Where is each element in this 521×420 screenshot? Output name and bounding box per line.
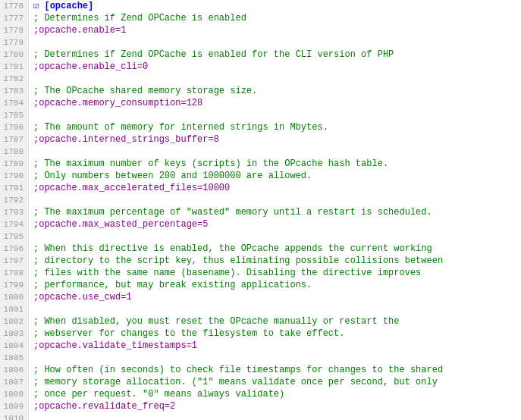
comment-text: ; Determines if Zend OPCache is enabled …: [33, 49, 394, 60]
line-number: 1777: [0, 12, 29, 24]
code-row: 1793; The maximum percentage of "wasted"…: [0, 206, 521, 218]
code-lines: 1776☑ [opcache]1777; Determines if Zend …: [0, 0, 521, 420]
code-row: 1781;opcache.enable_cli=0: [0, 61, 521, 73]
code-row: 1799; performance, but may break existin…: [0, 279, 521, 291]
directive-text: ;opcache.validate_timestamps=1: [33, 340, 197, 351]
code-row: 1801: [0, 303, 521, 315]
code-row: 1777; Determines if Zend OPCache is enab…: [0, 12, 521, 24]
code-row: 1797; directory to the script key, thus …: [0, 255, 521, 267]
line-content: [29, 146, 521, 158]
comment-text: ; When disabled, you must reset the OPca…: [33, 316, 399, 327]
line-content: ; Determines if Zend OPCache is enabled: [29, 12, 521, 24]
code-row: 1803; webserver for changes to the files…: [0, 328, 521, 340]
directive-text: ;opcache.enable=1: [33, 25, 126, 36]
line-content: ;opcache.enable_cli=0: [29, 61, 521, 73]
line-content: ; When disabled, you must reset the OPca…: [29, 315, 521, 328]
line-content: ; The maximum percentage of "wasted" mem…: [29, 206, 521, 218]
line-number: 1796: [0, 243, 29, 255]
line-content: ;opcache.max_wasted_percentage=5: [29, 218, 521, 230]
line-content: ;opcache.use_cwd=1: [29, 291, 521, 303]
line-number: 1776: [0, 0, 29, 12]
code-row: 1794;opcache.max_wasted_percentage=5: [0, 218, 521, 230]
comment-text: ; files with the same name (basename). D…: [33, 268, 421, 278]
line-number: 1778: [0, 24, 29, 36]
line-number: 1779: [0, 36, 29, 49]
line-number: 1807: [0, 376, 29, 388]
directive-text: ;opcache.revalidate_freq=2: [33, 401, 175, 412]
section-icon: ☑: [33, 1, 44, 11]
line-content: ; once per request. "0" means always val…: [29, 388, 521, 400]
line-number: 1795: [0, 230, 29, 243]
code-row: 1810: [0, 412, 521, 420]
line-content: ☑ [opcache]: [29, 0, 521, 12]
comment-text: ; How often (in seconds) to check file t…: [33, 365, 443, 375]
code-row: 1796; When this directive is enabled, th…: [0, 243, 521, 255]
code-row: 1795: [0, 230, 521, 243]
line-number: 1780: [0, 49, 29, 61]
line-content: ;opcache.enable=1: [29, 24, 521, 36]
line-number: 1784: [0, 97, 29, 109]
line-number: 1788: [0, 146, 29, 158]
line-content: ;opcache.max_accelerated_files=10000: [29, 182, 521, 194]
line-number: 1806: [0, 364, 29, 376]
line-number: 1793: [0, 206, 29, 218]
code-row: 1805: [0, 352, 521, 364]
line-number: 1787: [0, 133, 29, 146]
code-row: 1807; memory storage allocation. ("1" me…: [0, 376, 521, 388]
code-row: 1798; files with the same name (basename…: [0, 267, 521, 279]
line-number: 1799: [0, 279, 29, 291]
line-content: [29, 73, 521, 85]
line-number: 1802: [0, 315, 29, 328]
directive-text: ;opcache.max_wasted_percentage=5: [33, 219, 208, 230]
line-number: 1794: [0, 218, 29, 230]
line-content: ;opcache.revalidate_freq=2: [29, 400, 521, 412]
line-number: 1786: [0, 121, 29, 133]
line-content: ; Determines if Zend OPCache is enabled …: [29, 49, 521, 61]
comment-text: ; once per request. "0" means always val…: [33, 389, 284, 400]
line-content: ; When this directive is enabled, the OP…: [29, 243, 521, 255]
code-row: 1780; Determines if Zend OPCache is enab…: [0, 49, 521, 61]
line-number: 1808: [0, 388, 29, 400]
code-row: 1788: [0, 146, 521, 158]
line-content: [29, 109, 521, 121]
code-row: 1786; The amount of memory for interned …: [0, 121, 521, 133]
code-row: 1792: [0, 194, 521, 206]
comment-text: ; When this directive is enabled, the OP…: [33, 243, 432, 254]
code-row: 1785: [0, 109, 521, 121]
code-row: 1808; once per request. "0" means always…: [0, 388, 521, 400]
code-row: 1782: [0, 73, 521, 85]
line-number: 1805: [0, 352, 29, 364]
line-number: 1800: [0, 291, 29, 303]
line-number: 1809: [0, 400, 29, 412]
comment-text: ; directory to the script key, thus elim…: [33, 255, 443, 266]
line-number: 1804: [0, 340, 29, 352]
line-content: [29, 412, 521, 420]
code-row: 1783; The OPcache shared memory storage …: [0, 85, 521, 97]
line-content: ; webserver for changes to the filesyste…: [29, 328, 521, 340]
code-row: 1809;opcache.revalidate_freq=2: [0, 400, 521, 412]
line-number: 1803: [0, 328, 29, 340]
line-content: [29, 194, 521, 206]
line-content: ;opcache.validate_timestamps=1: [29, 340, 521, 352]
line-number: 1798: [0, 267, 29, 279]
comment-text: ; Only numbers between 200 and 1000000 a…: [33, 171, 312, 181]
line-number: 1781: [0, 61, 29, 73]
comment-text: ; The OPcache shared memory storage size…: [33, 86, 257, 96]
code-row: 1789; The maximum number of keys (script…: [0, 158, 521, 170]
comment-text: ; The maximum number of keys (scripts) i…: [33, 158, 388, 169]
line-content: ; The maximum number of keys (scripts) i…: [29, 158, 521, 170]
line-content: ; performance, but may break existing ap…: [29, 279, 521, 291]
code-row: 1806; How often (in seconds) to check fi…: [0, 364, 521, 376]
code-row: 1791;opcache.max_accelerated_files=10000: [0, 182, 521, 194]
line-content: ; directory to the script key, thus elim…: [29, 255, 521, 267]
line-content: [29, 230, 521, 243]
code-row: 1802; When disabled, you must reset the …: [0, 315, 521, 328]
directive-text: ;opcache.enable_cli=0: [33, 61, 148, 72]
directive-text: ;opcache.memory_consumption=128: [33, 98, 202, 108]
line-content: [29, 36, 521, 49]
comment-text: ; The maximum percentage of "wasted" mem…: [33, 207, 432, 218]
line-content: ; Only numbers between 200 and 1000000 a…: [29, 170, 521, 182]
line-number: 1792: [0, 194, 29, 206]
line-number: 1785: [0, 109, 29, 121]
line-content: [29, 303, 521, 315]
